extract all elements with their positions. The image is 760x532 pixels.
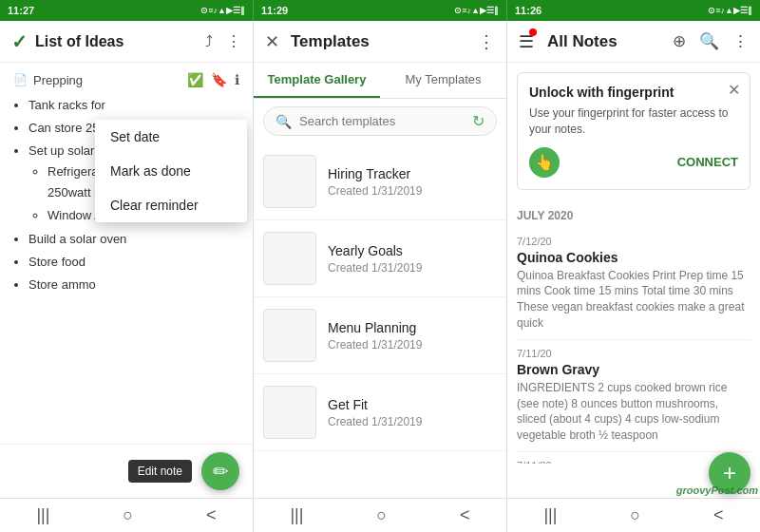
panel-list-of-ideas: ✓ List of Ideas ⤴ ⋮ 📄 Prepping ✅ 🔖 ℹ Tan… (0, 21, 254, 532)
connect-button[interactable]: CONNECT (677, 155, 738, 169)
template-thumbnail (263, 386, 316, 439)
back-icon[interactable]: < (713, 505, 724, 525)
status-icons-3: ⊙≡♪▲▶☰∥ (708, 6, 752, 15)
list-item: Store food (28, 252, 239, 273)
note-preview: INGREDIENTS 2 cups cooked brown rice (se… (517, 380, 750, 444)
panel1-title: List of Ideas (35, 33, 205, 50)
panel3-toolbar-icons: ⊕ 🔍 ⋮ (673, 31, 749, 51)
template-list: Hiring Tracker Created 1/31/2019 Yearly … (254, 143, 506, 498)
template-name: Menu Planning (328, 320, 497, 335)
template-name: Get Fit (328, 397, 497, 412)
more-options-icon[interactable]: ⋮ (732, 31, 749, 51)
check-circle-icon[interactable]: ✅ (187, 72, 203, 87)
more-options-icon[interactable]: ⋮ (226, 34, 241, 49)
checkmark-icon[interactable]: ✓ (11, 32, 28, 51)
panel-templates: ✕ Templates ⋮ Template Gallery My Templa… (254, 21, 507, 532)
info-icon[interactable]: ℹ (235, 72, 239, 87)
tab-my-templates[interactable]: My Templates (380, 63, 506, 98)
template-item-getfit[interactable]: Get Fit Created 1/31/2019 (254, 374, 506, 451)
template-info: Get Fit Created 1/31/2019 (328, 397, 497, 428)
prepping-label: Prepping (33, 73, 83, 87)
edit-note-bar: Edit note ✏ (0, 444, 253, 498)
template-date: Created 1/31/2019 (328, 338, 497, 352)
home-icon[interactable]: ○ (376, 505, 387, 525)
tab-gallery[interactable]: Template Gallery (254, 63, 380, 98)
template-date: Created 1/31/2019 (328, 184, 497, 198)
bottom-nav-2: ||| ○ < (254, 498, 506, 532)
note-preview: Quinoa Breakfast Cookies Print Prep time… (517, 268, 750, 332)
time-3: 11:26 (515, 5, 542, 16)
template-tabs: Template Gallery My Templates (254, 63, 506, 99)
fingerprint-title: Unlock with fingerprint (529, 85, 738, 100)
panel3-bottom: + (507, 464, 760, 498)
prepping-section-header: 📄 Prepping ✅ 🔖 ℹ (13, 72, 239, 87)
search-bar[interactable]: 🔍 ↻ (263, 106, 497, 136)
search-icon[interactable]: 🔍 (699, 31, 719, 51)
notification-dot (529, 28, 537, 36)
panel3-title: All Notes (547, 32, 659, 51)
panel1-toolbar-icons: ⤴ ⋮ (205, 34, 241, 49)
bottom-nav-section-1: ||| ○ < (0, 499, 253, 532)
hamburger-icon[interactable]: ☰ (519, 31, 534, 52)
template-item-yearly[interactable]: Yearly Goals Created 1/31/2019 (254, 220, 506, 297)
recent-apps-icon[interactable]: ||| (543, 505, 557, 525)
template-item-hiring[interactable]: Hiring Tracker Created 1/31/2019 (254, 143, 506, 220)
template-name: Hiring Tracker (328, 166, 497, 181)
close-fingerprint-icon[interactable]: ✕ (728, 81, 740, 99)
time-1: 11:27 (8, 5, 34, 16)
search-input[interactable] (299, 114, 465, 128)
template-thumbnail (263, 155, 316, 208)
more-icon[interactable]: ⋮ (478, 31, 495, 52)
list-item: Build a solar oven (28, 229, 239, 250)
refresh-icon[interactable]: ↻ (472, 112, 484, 130)
status-icons-2: ⊙≡♪▲▶☰∥ (454, 6, 499, 15)
note-title: Brown Gravy (517, 362, 750, 377)
fingerprint-desc: Use your fingerprint for faster access t… (529, 105, 738, 138)
note-entry-gravy[interactable]: 7/11/20 Brown Gravy INGREDIENTS 2 cups c… (517, 340, 750, 452)
fingerprint-actions: 👆 CONNECT (529, 147, 738, 178)
bookmark-icon[interactable]: 🔖 (211, 72, 227, 87)
status-icons-1: ⊙≡♪▲▶☰∥ (200, 6, 245, 15)
note-date: 7/11/20 (517, 348, 750, 359)
recent-apps-icon[interactable]: ||| (36, 505, 49, 525)
bottom-nav-section-3: ||| ○ < (507, 499, 760, 532)
panel1-toolbar: ✓ List of Ideas ⤴ ⋮ (0, 21, 253, 63)
note-entry-quinoa[interactable]: 7/12/20 Quinoa Cookies Quinoa Breakfast … (517, 228, 750, 340)
note-date: 7/12/20 (517, 236, 750, 247)
add-note-fab[interactable]: + (709, 452, 750, 494)
add-circle-icon[interactable]: ⊕ (673, 31, 686, 51)
search-icon: 🔍 (276, 114, 292, 129)
template-item-menu[interactable]: Menu Planning Created 1/31/2019 (254, 297, 506, 374)
home-icon[interactable]: ○ (630, 505, 640, 525)
template-date: Created 1/31/2019 (328, 415, 497, 428)
fingerprint-icon[interactable]: 👆 (529, 147, 560, 178)
back-icon[interactable]: < (206, 505, 217, 525)
clear-reminder-menu-item[interactable]: Clear reminder (95, 188, 247, 222)
template-info: Hiring Tracker Created 1/31/2019 (328, 166, 497, 198)
notes-list: JULY 2020 7/12/20 Quinoa Cookies Quinoa … (507, 200, 760, 464)
template-thumbnail (263, 232, 316, 285)
recent-apps-icon[interactable]: ||| (290, 505, 303, 525)
time-2: 11:29 (261, 5, 288, 16)
mark-as-done-menu-item[interactable]: Mark as done (95, 154, 247, 188)
panel2-title: Templates (291, 32, 478, 51)
set-date-menu-item[interactable]: Set date (95, 120, 247, 154)
template-info: Menu Planning Created 1/31/2019 (328, 320, 497, 352)
template-info: Yearly Goals Created 1/31/2019 (328, 243, 497, 275)
close-icon[interactable]: ✕ (265, 31, 279, 52)
share-icon[interactable]: ⤴ (205, 34, 213, 49)
edit-note-fab[interactable]: ✏ (201, 452, 239, 490)
panel2-toolbar: ✕ Templates ⋮ (254, 21, 506, 63)
back-icon[interactable]: < (460, 505, 470, 525)
context-menu: Set date Mark as done Clear reminder (95, 120, 247, 222)
panel3-toolbar: ☰ All Notes ⊕ 🔍 ⋮ (507, 21, 760, 63)
template-thumbnail (263, 309, 316, 362)
template-name: Yearly Goals (328, 243, 497, 258)
status-bar-3: 11:26 ⊙≡♪▲▶☰∥ (507, 0, 760, 21)
panel-all-notes: ☰ All Notes ⊕ 🔍 ⋮ ✕ Unlock with fingerpr… (507, 21, 760, 532)
note-content-area: 📄 Prepping ✅ 🔖 ℹ Tank racks for Can stor… (0, 63, 253, 444)
month-header: JULY 2020 (517, 200, 750, 228)
status-bar-1: 11:27 ⊙≡♪▲▶☰∥ (0, 0, 254, 21)
fingerprint-card: ✕ Unlock with fingerprint Use your finge… (517, 72, 750, 190)
home-icon[interactable]: ○ (123, 505, 133, 525)
